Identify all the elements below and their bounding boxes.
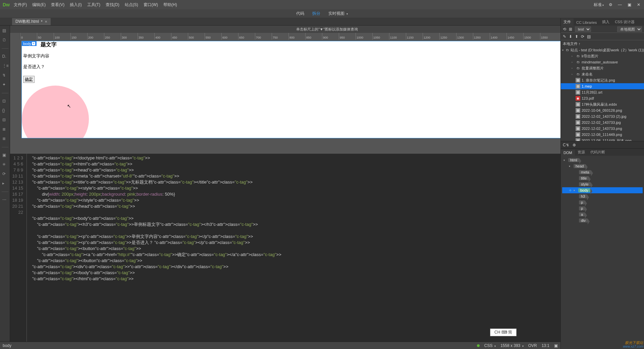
- pink-circle-div[interactable]: [22, 86, 89, 138]
- dom-node-html[interactable]: ▾html: [562, 157, 643, 163]
- file-tree-row[interactable]: ▨2022-10-04_093128.png: [561, 107, 644, 113]
- view-dropdown[interactable]: 本地视图: [617, 27, 642, 32]
- refresh-icon[interactable]: ⟳: [581, 34, 584, 39]
- file-tree-row[interactable]: ▤17种头脑风暴法.eddx: [561, 101, 644, 107]
- menu-edit[interactable]: 编辑(E): [32, 2, 46, 8]
- local-files-header[interactable]: 本地文件 ↑: [561, 40, 644, 47]
- tool-play-icon[interactable]: ▸: [2, 181, 8, 186]
- css-designer-tab[interactable]: CSS 设计器: [612, 18, 637, 26]
- file-tree-row[interactable]: ▨2022-12-08_111449_副本.png: [561, 138, 644, 141]
- dom-tab[interactable]: DOM: [561, 150, 575, 156]
- file-tree-row[interactable]: ◉123.pdf: [561, 95, 644, 101]
- horizontal-ruler[interactable]: 0501001502002503003504004505005506006507…: [20, 33, 637, 40]
- dom-node-title[interactable]: title: [562, 175, 643, 181]
- file-tree-row[interactable]: ▨2022-12-08_111449.png: [561, 132, 644, 138]
- file-tree-row[interactable]: ▨2022-12-02_143733.jpg: [561, 119, 644, 126]
- link-icon[interactable]: C↯: [563, 143, 569, 147]
- menu-find[interactable]: 查找(D): [106, 2, 119, 8]
- dom-node-style[interactable]: style: [562, 181, 643, 187]
- dom-tree[interactable]: ▾html▾headmetatitlestyle+▾bodyh3ppadiv: [561, 156, 644, 349]
- tool-refresh-icon[interactable]: ⟳: [2, 171, 8, 177]
- expand-icon[interactable]: ▤: [587, 34, 591, 39]
- document-tab[interactable]: DW教程.html* ✕: [12, 18, 51, 25]
- dom-node-h3[interactable]: h3: [562, 193, 643, 199]
- maximize-icon[interactable]: ▣: [627, 2, 632, 7]
- ftp-icon[interactable]: ⊞: [569, 27, 572, 32]
- tool-outdent-icon[interactable]: ≣: [2, 136, 8, 142]
- tool-expand-icon[interactable]: ▤: [2, 28, 8, 34]
- paragraph-2[interactable]: 是否进入？: [23, 64, 641, 70]
- design-view-canvas[interactable]: body + 题文字 举例文字内容 是否进入？ 确定 ↖: [21, 41, 643, 138]
- git-icon[interactable]: ⊕: [573, 143, 576, 147]
- h3-title-fragment[interactable]: 题文字: [41, 41, 642, 48]
- minimize-icon[interactable]: —: [617, 2, 623, 7]
- view-code-button[interactable]: 代码: [296, 11, 304, 16]
- view-live-button[interactable]: 实时视图 ▾: [328, 11, 347, 16]
- menu-window[interactable]: 窗口(W): [144, 2, 158, 8]
- dom-node-p[interactable]: p: [562, 199, 643, 205]
- dom-node-head[interactable]: ▾head: [562, 163, 643, 169]
- paragraph-1[interactable]: 举例文字内容: [23, 53, 641, 59]
- tab-close-icon[interactable]: ✕: [45, 20, 47, 23]
- preview-icon[interactable]: ▣: [554, 343, 558, 348]
- toolbar-icon[interactable]: ✎: [563, 34, 566, 39]
- file-tree-row[interactable]: ▨2022-12-02_143733.png: [561, 126, 644, 132]
- tool-file-icon[interactable]: 🗋: [2, 38, 8, 43]
- tool-gear-icon[interactable]: ✳: [2, 162, 8, 167]
- tool-comment-icon[interactable]: ⊡: [2, 99, 8, 104]
- file-tree-row[interactable]: ▤1.mep: [561, 83, 644, 89]
- cc-libraries-tab[interactable]: CC Libraries: [574, 19, 599, 26]
- dom-node-p[interactable]: p: [562, 205, 643, 211]
- insert-tab[interactable]: 插入: [599, 18, 612, 26]
- code-content[interactable]: "c-attr">class="c-tag"><!doctype html"c-…: [27, 154, 281, 342]
- file-tree-row[interactable]: ▨1. 康奈尔笔记法.png: [561, 77, 644, 83]
- dom-node-a[interactable]: a: [562, 211, 643, 217]
- breadcrumb-path[interactable]: body: [3, 343, 11, 348]
- css-dropdown[interactable]: CSS ▾: [484, 343, 496, 348]
- tool-more-icon[interactable]: ⋯: [2, 197, 8, 203]
- viewport-dimensions[interactable]: 1558 x 393 ▾: [500, 343, 524, 348]
- site-root-row[interactable]: ▾🗀站点 - test (D:\tools\桌面\work（2）\work (1…: [561, 47, 644, 53]
- view-split-button[interactable]: 拆分: [312, 11, 320, 16]
- menu-tools[interactable]: 工具(T): [87, 2, 100, 8]
- menu-file[interactable]: 文件(F): [14, 2, 27, 8]
- file-tree-row[interactable]: ›🗀未命名: [561, 71, 644, 77]
- dom-node-div[interactable]: div: [562, 217, 643, 223]
- close-icon[interactable]: ✕: [636, 2, 641, 7]
- tool-wrench-icon[interactable]: ↯: [2, 73, 8, 78]
- dom-node-meta[interactable]: meta: [562, 169, 643, 175]
- workspace-switcher[interactable]: 标准▾: [594, 2, 604, 8]
- file-tree-row[interactable]: ›🗀批量调整图片: [561, 65, 644, 71]
- sync-icon[interactable]: ⟲: [563, 27, 566, 32]
- settings-icon[interactable]: ⚙: [608, 2, 613, 7]
- status-ok-icon[interactable]: [477, 344, 480, 347]
- dom-node-body[interactable]: +▾body: [562, 187, 643, 193]
- body-element-marker[interactable]: body +: [22, 41, 37, 46]
- resources-tab[interactable]: 资源: [575, 149, 588, 156]
- insert-mode[interactable]: OVR: [528, 343, 537, 348]
- add-element-icon[interactable]: +: [32, 42, 35, 45]
- files-tab[interactable]: 文件: [561, 18, 574, 26]
- code-editor[interactable]: 1 2 3 4 5 6 7 8 9 10 11 12 13 14 15 16 1…: [10, 154, 644, 342]
- file-tree-row[interactable]: ›🗀lr导出图片: [561, 53, 644, 59]
- ok-button[interactable]: 确定: [23, 76, 35, 83]
- tool-star-icon[interactable]: ✦: [2, 82, 8, 88]
- tool-indent-icon[interactable]: ≣: [2, 127, 8, 132]
- file-tree[interactable]: ▾🗀站点 - test (D:\tools\桌面\work（2）\work (1…: [561, 47, 644, 141]
- tool-bracket2-icon[interactable]: ⊟: [2, 117, 8, 123]
- download-icon[interactable]: ⬇: [569, 34, 572, 39]
- file-tree-row[interactable]: ›🗀mindmaster_autosave: [561, 59, 644, 65]
- dom-add-icon[interactable]: +: [569, 188, 574, 193]
- file-tree-row[interactable]: ▤11月28日.srt: [561, 89, 644, 95]
- file-tree-row[interactable]: ▨2022-12-02_143733 (2).jpg: [561, 113, 644, 119]
- menu-help[interactable]: 帮助(H): [163, 2, 177, 8]
- menu-site[interactable]: 站点(S): [125, 2, 138, 8]
- site-dropdown[interactable]: test: [575, 27, 591, 32]
- upload-icon[interactable]: ⬆: [575, 34, 578, 39]
- menu-insert[interactable]: 插入(I): [70, 2, 82, 8]
- tool-bracket-icon[interactable]: {}: [2, 108, 8, 113]
- snippets-tab[interactable]: 代码片断: [588, 149, 608, 156]
- tool-preview-icon[interactable]: ▣: [2, 153, 8, 158]
- tool-d-icon[interactable]: D.: [2, 54, 8, 59]
- tool-list-icon[interactable]: ⋮≡: [2, 63, 8, 69]
